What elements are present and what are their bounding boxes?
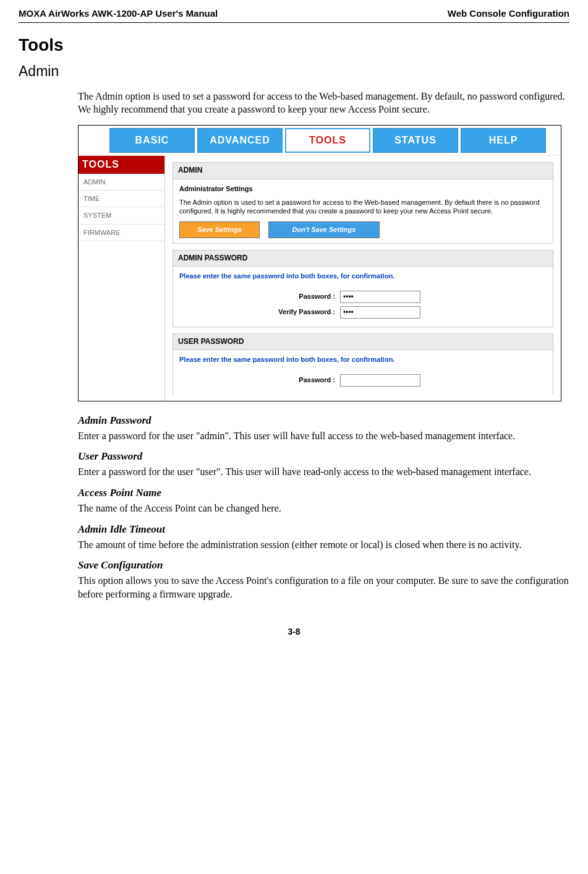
tab-advanced[interactable]: ADVANCED [197,128,283,153]
panel-user-password: USER PASSWORD Please enter the same pass… [173,333,553,395]
heading-admin-password: Admin Password [78,414,569,427]
panel-admin-password: ADMIN PASSWORD Please enter the same pas… [173,250,553,327]
panel-admin: ADMIN Administrator Settings The Admin o… [173,162,553,244]
text-user-password: Enter a password for the user "user". Th… [78,465,569,479]
ui-screenshot: BASIC ADVANCED TOOLS STATUS HELP TOOLS A… [78,125,561,401]
admin-description: The Admin option is used to set a passwo… [179,198,547,216]
dont-save-settings-button[interactable]: Don't Save Settings [268,221,380,238]
user-password-label: Password : [179,375,340,384]
heading-admin-idle-timeout: Admin Idle Timeout [78,523,569,536]
heading-user-password: User Password [78,450,569,463]
sidebar-item-firmware[interactable]: FIRMWARE [79,225,164,241]
sidebar-title: TOOLS [79,156,164,174]
panel-user-password-title: USER PASSWORD [173,333,553,351]
header-left: MOXA AirWorks AWK-1200-AP User's Manual [19,7,218,20]
header-right: Web Console Configuration [448,7,569,20]
admin-subheading: Administrator Settings [179,184,547,193]
page-subtitle-admin: Admin [19,62,569,81]
sidebar-item-admin[interactable]: ADMIN [79,174,164,191]
heading-ap-name: Access Point Name [78,486,569,500]
main-pane: ADMIN Administrator Settings The Admin o… [165,156,561,401]
save-settings-button[interactable]: Save Settings [179,221,260,238]
text-admin-password: Enter a password for the user "admin". T… [78,429,569,443]
admin-password-input[interactable] [340,291,420,303]
sidebar: TOOLS ADMIN TIME SYSTEM FIRMWARE [79,156,165,401]
intro-paragraph: The Admin option is used to set a passwo… [78,90,569,116]
page-header: MOXA AirWorks AWK-1200-AP User's Manual … [19,7,569,23]
admin-verify-password-input[interactable] [340,306,420,319]
text-admin-idle-timeout: The amount of time before the administra… [78,538,569,552]
page-title-tools: Tools [19,34,569,56]
password-label: Password : [179,292,340,301]
sidebar-item-time[interactable]: TIME [79,191,164,207]
tab-help[interactable]: HELP [461,128,546,153]
user-password-hint: Please enter the same password into both… [179,355,547,364]
top-nav: BASIC ADVANCED TOOLS STATUS HELP [79,126,561,156]
verify-password-label: Verify Password : [179,307,340,316]
tab-status[interactable]: STATUS [373,128,458,153]
user-password-input[interactable] [340,374,420,387]
tab-tools[interactable]: TOOLS [285,128,370,153]
text-save-configuration: This option allows you to save the Acces… [78,574,569,601]
admin-password-hint: Please enter the same password into both… [179,272,547,280]
text-ap-name: The name of the Access Point can be chan… [78,502,569,515]
heading-save-configuration: Save Configuration [78,559,569,572]
panel-admin-title: ADMIN [173,162,553,179]
page-number: 3-8 [19,626,569,637]
sidebar-item-system[interactable]: SYSTEM [79,207,164,224]
panel-admin-password-title: ADMIN PASSWORD [173,250,553,267]
tab-basic[interactable]: BASIC [109,128,195,153]
